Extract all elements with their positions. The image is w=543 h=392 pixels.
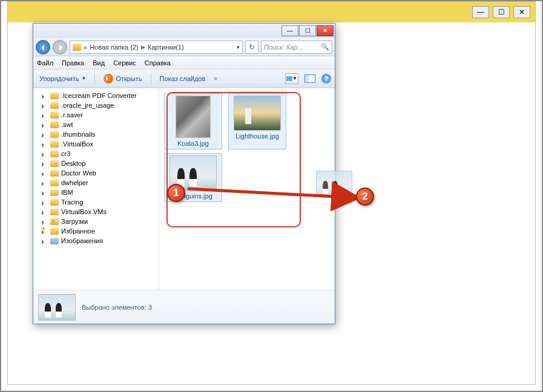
tree-item-label: cr3 (61, 150, 70, 157)
tree-item-label: VirtualBox VMs (61, 208, 107, 215)
open-icon (104, 74, 113, 83)
folder-icon (50, 189, 59, 196)
breadcrumb-part-1[interactable]: Картинки(1) (148, 44, 184, 51)
folder-icon (50, 93, 59, 99)
menu-view[interactable]: Вид (93, 59, 105, 67)
toolbar-separator (94, 73, 95, 84)
tree-item[interactable]: Загрузки (33, 217, 159, 226)
explorer-minimize-button[interactable]: — (281, 25, 298, 36)
open-button[interactable]: Открыть (101, 73, 144, 85)
explorer-window: — ☐ ✕ « Новая папка (2) ▶ Картинки(1) ▾ … (33, 23, 335, 324)
explorer-titlebar: — ☐ ✕ (33, 24, 335, 38)
folder-icon (50, 141, 59, 148)
folder-icon (50, 160, 59, 167)
folder-icon (50, 112, 59, 119)
tree-item-label: .r.saver (61, 111, 83, 119)
tree-item[interactable]: Desktop (33, 158, 159, 168)
tree-item-label: .VirtualBox (61, 140, 93, 148)
folder-icon (50, 209, 59, 215)
drag-ghost (316, 171, 352, 197)
explorer-nav: « Новая папка (2) ▶ Картинки(1) ▾ ↻ Поис… (33, 38, 335, 56)
tree-item[interactable]: IBM (33, 188, 159, 197)
refresh-button[interactable]: ↻ (245, 41, 258, 54)
archive-minimize-button[interactable]: — (472, 6, 489, 18)
tree-item[interactable]: Избранное (33, 226, 159, 236)
menu-help[interactable]: Справка (145, 59, 171, 67)
thumbnail-image (176, 96, 211, 138)
chevron-down-icon[interactable]: ▾ (237, 44, 240, 50)
explorer-maximize-button[interactable]: ☐ (299, 25, 316, 36)
menu-tools[interactable]: Сервис (113, 59, 136, 67)
chevron-right-icon: ▶ (141, 44, 145, 50)
tree-item-label: .oracle_jre_usage (61, 102, 114, 109)
archive-titlebar: — ☐ ✕ (8, 2, 535, 22)
folder-icon (50, 199, 59, 206)
folder-icon (50, 131, 59, 138)
folder-icon (73, 44, 81, 51)
tree-item[interactable]: Изображения (33, 236, 159, 246)
search-icon: 🔍 (321, 43, 329, 51)
tree-item[interactable]: .swt (33, 120, 159, 129)
breadcrumb-part-0[interactable]: Новая папка (2) (90, 44, 139, 51)
tree-item[interactable]: dwhelper (33, 178, 159, 188)
explorer-menubar: Файл Правка Вид Сервис Справка (33, 56, 335, 70)
tree-item[interactable]: Doctor Web (33, 168, 159, 178)
help-icon[interactable]: ? (321, 74, 331, 83)
tree-item[interactable]: .VirtualBox (33, 139, 159, 149)
slideshow-label: Показ слайдов (160, 75, 206, 82)
breadcrumb-prefix: « (84, 44, 87, 51)
tree-item[interactable]: Tracing (33, 197, 159, 207)
search-input[interactable]: Поиск: Кар... 🔍 (261, 41, 332, 54)
thumbnail[interactable]: Koala3.jpg (164, 93, 222, 149)
tree-item-label: .swt (61, 121, 73, 128)
menu-edit[interactable]: Правка (62, 59, 84, 67)
toolbar-separator (151, 73, 151, 84)
tree-item-label: Изображения (61, 237, 103, 244)
menu-file[interactable]: Файл (37, 59, 53, 67)
status-bar: Выбрано элементов: 3 (33, 290, 335, 324)
archive-maximize-button[interactable]: ☐ (493, 6, 510, 18)
annotation-marker-1: 1 (167, 184, 185, 202)
search-placeholder: Поиск: Кар... (264, 44, 303, 51)
forward-button[interactable] (53, 40, 67, 54)
folder-icon (50, 122, 59, 128)
folder-icon (50, 151, 59, 157)
tree-item-label: .thumbnails (61, 131, 95, 138)
thumbnail-caption: Koala3.jpg (177, 140, 209, 147)
organize-button[interactable]: Упорядочить ▼ (37, 74, 88, 83)
thumbnail-pane[interactable]: Koala3.jpgLighthouse.jpgPenguins.jpg (159, 88, 335, 290)
open-label: Открыть (116, 75, 142, 82)
folder-tree[interactable]: .Icecream PDF Converter.oracle_jre_usage… (33, 88, 159, 290)
tree-item-label: .Icecream PDF Converter (61, 92, 137, 99)
view-button[interactable]: ▼ (285, 73, 298, 84)
tree-item-label: Загрузки (61, 218, 88, 225)
slideshow-button[interactable]: Показ слайдов (157, 74, 208, 83)
folder-icon (50, 170, 59, 177)
tree-item-label: Desktop (61, 160, 85, 167)
folder-icon (50, 218, 59, 225)
tree-item[interactable]: .Icecream PDF Converter (33, 91, 159, 100)
explorer-close-button[interactable]: ✕ (317, 25, 334, 36)
overflow-icon[interactable]: » (214, 75, 216, 82)
preview-pane-button[interactable] (304, 74, 315, 83)
thumbnail[interactable]: Lighthouse.jpg (228, 93, 286, 149)
tree-item[interactable]: .thumbnails (33, 129, 159, 139)
tree-item-label: Tracing (61, 198, 83, 206)
status-thumbnail (38, 294, 76, 321)
tree-item[interactable]: .r.saver (33, 110, 159, 120)
tree-item[interactable]: .oracle_jre_usage (33, 100, 159, 110)
organize-label: Упорядочить (39, 75, 79, 82)
tree-item[interactable]: cr3 (33, 149, 159, 158)
status-text: Выбрано элементов: 3 (82, 304, 152, 311)
thumbnail-caption: Lighthouse.jpg (235, 132, 279, 140)
tree-item-label: IBM (61, 189, 73, 196)
folder-icon (50, 228, 59, 235)
archive-close-button[interactable]: ✕ (513, 6, 530, 18)
address-bar[interactable]: « Новая папка (2) ▶ Картинки(1) ▾ (70, 41, 243, 54)
explorer-toolbar: Упорядочить ▼ Открыть Показ слайдов » ▼ … (33, 70, 335, 88)
folder-icon (50, 238, 59, 244)
annotation-marker-2: 2 (356, 188, 374, 206)
chevron-down-icon: ▼ (81, 76, 86, 81)
tree-item[interactable]: VirtualBox VMs (33, 207, 159, 217)
back-button[interactable] (36, 40, 50, 54)
